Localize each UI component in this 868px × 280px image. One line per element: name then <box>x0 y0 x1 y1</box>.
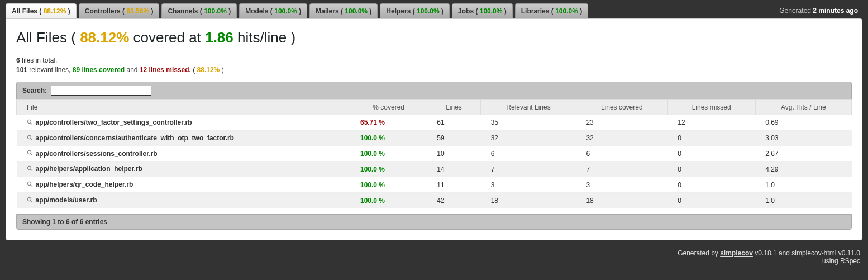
missed-cell: 12 <box>667 115 755 131</box>
tab-all-files[interactable]: All Files ( 88.12% ) <box>6 3 77 18</box>
covered-cell: 65.71 % <box>350 115 427 131</box>
tab-models[interactable]: Models ( 100.0% ) <box>239 3 307 18</box>
avg-cell: 1.0 <box>755 177 851 193</box>
magnify-icon[interactable] <box>27 197 34 205</box>
tab-list: All Files ( 88.12% )Controllers ( 83.56%… <box>6 3 588 18</box>
covered-count: 89 lines covered <box>73 66 125 74</box>
table-row[interactable]: app/models/user.rb100.0 %42181801.0 <box>17 193 852 208</box>
relevant-text: relevant lines, <box>27 66 73 74</box>
lines-covered-cell: 23 <box>576 115 667 131</box>
svg-point-2 <box>27 135 31 139</box>
missed-cell: 0 <box>667 130 755 146</box>
table-row[interactable]: app/controllers/concerns/authenticate_wi… <box>17 130 852 146</box>
lines-cell: 42 <box>427 193 480 208</box>
summary-pct: 88.12% <box>197 66 220 74</box>
file-cell[interactable]: app/controllers/two_factor_settings_cont… <box>17 115 350 131</box>
col-header[interactable]: Lines covered <box>576 100 667 115</box>
relevant-cell: 7 <box>481 162 576 177</box>
summary-lines: 101 relevant lines, 89 lines covered and… <box>16 66 852 74</box>
table-row[interactable]: app/controllers/two_factor_settings_cont… <box>17 115 852 131</box>
relevant-cell: 35 <box>481 115 576 131</box>
magnify-icon[interactable] <box>27 119 34 127</box>
lines-covered-cell: 6 <box>576 146 667 162</box>
missed-num: 12 <box>140 66 147 74</box>
file-cell[interactable]: app/controllers/sessions_controller.rb <box>17 146 350 162</box>
tab-controllers[interactable]: Controllers ( 83.56% ) <box>79 3 160 18</box>
file-cell[interactable]: app/helpers/application_helper.rb <box>17 162 350 177</box>
covered-cell: 100.0 % <box>350 130 427 146</box>
entries-info: Showing 1 to 6 of 6 entries <box>22 218 107 226</box>
missed-cell: 0 <box>667 162 755 177</box>
header-bar: All Files ( 88.12% )Controllers ( 83.56%… <box>0 0 868 18</box>
svg-line-7 <box>30 169 32 171</box>
tab-helpers[interactable]: Helpers ( 100.0% ) <box>380 3 450 18</box>
missed-txt: lines missed. <box>147 66 191 74</box>
table-row[interactable]: app/helpers/qr_code_helper.rb100.0 %1133… <box>17 177 852 193</box>
file-cell[interactable]: app/helpers/qr_code_helper.rb <box>17 177 350 193</box>
magnify-icon[interactable] <box>27 165 34 173</box>
footer-rest: v0.18.1 and simplecov-html v0.11.0 <box>753 249 860 257</box>
covered-cell: 100.0 % <box>350 146 427 162</box>
simplecov-link[interactable]: simplecov <box>720 249 753 257</box>
pct-close: ) <box>220 66 223 74</box>
svg-line-1 <box>30 123 32 125</box>
page-title: All Files ( 88.12% covered at 1.86 hits/… <box>16 29 852 46</box>
search-input[interactable] <box>51 86 151 96</box>
lines-covered-cell: 3 <box>576 177 667 193</box>
covered-cell: 100.0 % <box>350 177 427 193</box>
avg-cell: 0.69 <box>755 115 851 131</box>
generated-time: 2 minutes ago <box>813 7 858 15</box>
svg-point-8 <box>27 182 31 186</box>
file-cell[interactable]: app/controllers/concerns/authenticate_wi… <box>17 130 350 146</box>
magnify-icon[interactable] <box>27 150 34 158</box>
missed-cell: 0 <box>667 177 755 193</box>
svg-line-11 <box>30 201 32 202</box>
magnify-icon[interactable] <box>27 181 34 189</box>
table-footer: Showing 1 to 6 of 6 entries <box>16 214 852 230</box>
tab-libraries[interactable]: Libraries ( 100.0% ) <box>515 3 588 18</box>
table-row[interactable]: app/helpers/application_helper.rb100.0 %… <box>17 162 852 177</box>
file-count-text: files in total. <box>20 56 58 64</box>
col-header[interactable]: % covered <box>350 100 427 115</box>
pct-open: ( <box>191 66 197 74</box>
svg-point-4 <box>27 151 31 154</box>
tab-channels[interactable]: Channels ( 100.0% ) <box>161 3 237 18</box>
relevant-cell: 32 <box>481 130 576 146</box>
col-header[interactable]: File <box>17 100 350 115</box>
svg-line-3 <box>30 139 32 140</box>
generated-prefix: Generated <box>779 7 813 15</box>
col-header[interactable]: Lines missed <box>667 100 755 115</box>
magnify-icon[interactable] <box>27 135 34 143</box>
generated-timestamp: Generated 2 minutes ago <box>779 3 862 15</box>
relevant-cell: 6 <box>481 146 576 162</box>
footer-line2: using RSpec <box>822 257 860 265</box>
avg-cell: 3.03 <box>755 130 851 146</box>
svg-line-9 <box>30 185 32 187</box>
summary-files: 6 files in total. <box>16 56 852 64</box>
avg-cell: 1.0 <box>755 193 851 208</box>
search-label: Search: <box>22 87 47 94</box>
lines-cell: 14 <box>427 162 480 177</box>
table-row[interactable]: app/controllers/sessions_controller.rb10… <box>17 146 852 162</box>
lines-covered-cell: 32 <box>576 130 667 146</box>
svg-point-0 <box>27 120 31 123</box>
avg-cell: 2.67 <box>755 146 851 162</box>
missed-count: 12 lines missed. <box>140 66 191 74</box>
missed-cell: 0 <box>667 193 755 208</box>
footer-prefix: Generated by <box>678 249 720 257</box>
heading-mid: covered at <box>129 29 205 46</box>
lines-cell: 61 <box>427 115 480 131</box>
avg-cell: 4.29 <box>755 162 851 177</box>
search-bar: Search: <box>16 82 852 99</box>
file-cell[interactable]: app/models/user.rb <box>17 193 350 208</box>
covered-num: 89 <box>73 66 80 74</box>
svg-line-5 <box>30 154 32 155</box>
col-header[interactable]: Avg. Hits / Line <box>755 100 851 115</box>
col-header[interactable]: Relevant Lines <box>481 100 576 115</box>
hits-value: 1.86 <box>205 29 233 46</box>
coverage-table: File% coveredLinesRelevant LinesLines co… <box>16 99 852 208</box>
lines-cell: 59 <box>427 130 480 146</box>
col-header[interactable]: Lines <box>427 100 480 115</box>
tab-mailers[interactable]: Mailers ( 100.0% ) <box>309 3 378 18</box>
tab-jobs[interactable]: Jobs ( 100.0% ) <box>452 3 513 18</box>
